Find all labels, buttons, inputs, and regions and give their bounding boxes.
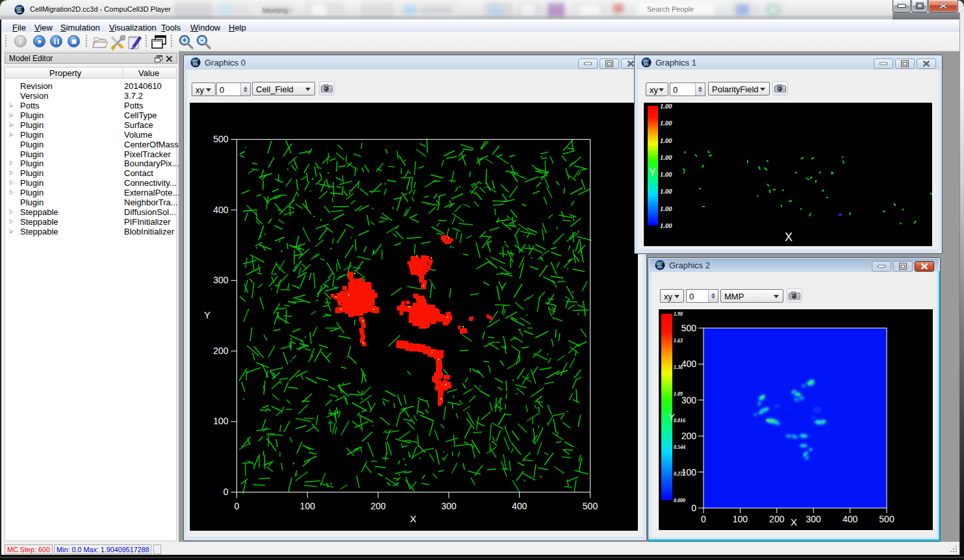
svg-text:400: 400: [213, 205, 229, 215]
svg-text:1.90: 1.90: [674, 311, 683, 317]
svg-text:500: 500: [213, 134, 229, 144]
svg-text:Y: Y: [668, 411, 675, 422]
svg-text:1.00: 1.00: [660, 222, 672, 229]
svg-text:3D: 3D: [16, 10, 21, 14]
svg-text:100: 100: [681, 467, 697, 477]
svg-text:1.63: 1.63: [674, 338, 683, 344]
svg-text:200: 200: [681, 431, 697, 441]
svg-text:300: 300: [806, 514, 822, 524]
svg-text:1.00: 1.00: [660, 205, 672, 212]
svg-text:0.000: 0.000: [674, 498, 685, 503]
svg-text:300: 300: [213, 275, 229, 285]
svg-text:100: 100: [300, 501, 316, 511]
svg-text:200: 200: [370, 501, 386, 511]
svg-text:X: X: [410, 513, 416, 524]
svg-text:1.00: 1.00: [660, 120, 672, 127]
svg-text:1.00: 1.00: [660, 171, 672, 178]
svg-text:500: 500: [879, 514, 894, 524]
svg-text:0: 0: [235, 501, 240, 511]
svg-text:100: 100: [213, 416, 229, 426]
svg-text:1.00: 1.00: [660, 188, 672, 195]
svg-text:400: 400: [843, 514, 858, 524]
svg-text:0.816: 0.816: [674, 418, 685, 424]
svg-text:0: 0: [701, 514, 706, 524]
svg-text:400: 400: [512, 501, 527, 511]
svg-text:+: +: [182, 36, 186, 45]
svg-text:400: 400: [681, 359, 697, 369]
svg-text:0.544: 0.544: [674, 444, 685, 450]
svg-text:0: 0: [223, 487, 229, 497]
svg-text:3D: 3D: [643, 62, 648, 66]
svg-text:Y: Y: [649, 167, 656, 178]
svg-text:1.00: 1.00: [660, 137, 672, 144]
svg-text:X: X: [791, 516, 797, 528]
svg-text:-: -: [201, 36, 203, 45]
svg-text:300: 300: [681, 395, 697, 405]
svg-text:0: 0: [691, 503, 696, 513]
svg-text:100: 100: [733, 514, 748, 524]
svg-text:500: 500: [681, 323, 697, 333]
svg-text:X: X: [785, 231, 793, 244]
svg-text:Y: Y: [204, 309, 210, 320]
svg-text:200: 200: [769, 514, 785, 524]
svg-text:1.00: 1.00: [660, 154, 672, 161]
svg-text:3D: 3D: [657, 265, 661, 269]
svg-text:200: 200: [213, 346, 229, 356]
svg-text:300: 300: [441, 501, 457, 511]
svg-text:1.00: 1.00: [660, 103, 672, 110]
svg-text:500: 500: [583, 501, 598, 511]
svg-text:3D: 3D: [192, 62, 197, 66]
